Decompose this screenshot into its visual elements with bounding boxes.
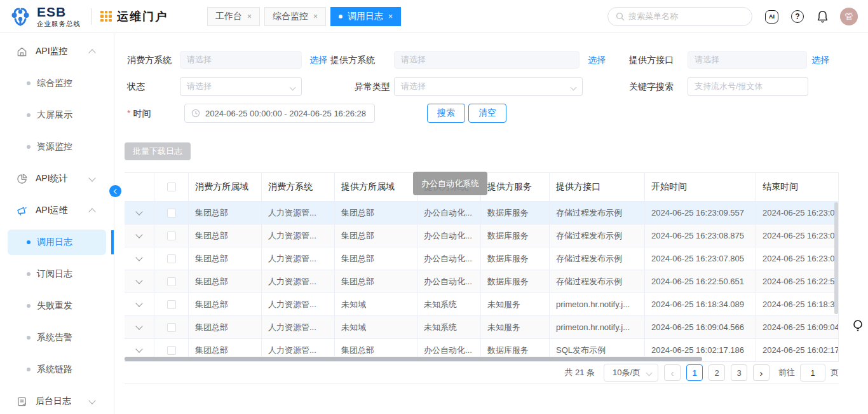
portal-title: 运维门户 bbox=[117, 9, 168, 24]
column-tooltip: 办公自动化系统 bbox=[413, 172, 487, 195]
sidebar-item-API统计[interactable]: API统计 bbox=[8, 166, 106, 191]
table-cell: 2024-06-25 16:23:07. bbox=[756, 247, 839, 270]
row-checkbox[interactable] bbox=[167, 277, 176, 286]
table-row[interactable]: 集团总部人力资源管...集团总部办公自动化...数据库服务存储过程发布示例202… bbox=[125, 247, 839, 270]
table-cell: 存储过程发布示例 bbox=[550, 224, 645, 247]
clear-button[interactable]: 清空 bbox=[468, 104, 506, 123]
goto-label: 前往 bbox=[778, 367, 795, 378]
row-checkbox[interactable] bbox=[167, 346, 176, 355]
column-header-提供方所属域: 提供方所属域 bbox=[335, 173, 417, 201]
consumer-system-input[interactable]: 请选择 bbox=[180, 51, 302, 69]
top-bar: ESB 企业服务总线 运维门户 工作台×综合监控×调用日志× 搜索菜单名称 AI… bbox=[0, 0, 868, 33]
menu-search-input[interactable]: 搜索菜单名称 bbox=[607, 7, 752, 26]
tab-综合监控[interactable]: 综合监控× bbox=[264, 7, 326, 26]
top-bar-right: 搜索菜单名称 AI ? 管 bbox=[607, 0, 858, 33]
table-row[interactable]: 集团总部人力资源管...集团总部办公自动化...数据库服务存储过程发布示例202… bbox=[125, 224, 839, 247]
tab-close-icon[interactable]: × bbox=[313, 12, 318, 21]
sidebar-item-API运维[interactable]: API运维 bbox=[8, 198, 106, 223]
row-checkbox[interactable] bbox=[167, 323, 176, 332]
select-all-checkbox[interactable] bbox=[167, 183, 176, 191]
exception-type-select[interactable]: 请选择 bbox=[394, 77, 583, 96]
provider-interface-input[interactable]: 请选择 bbox=[688, 51, 807, 69]
tab-bar: 工作台×综合监控×调用日志× bbox=[207, 7, 401, 26]
sidebar-item-系统链路[interactable]: 系统链路 bbox=[8, 357, 106, 382]
sidebar: API监控综合监控大屏展示资源监控API统计API运维调用日志订阅日志失败重发系… bbox=[0, 33, 114, 414]
column-header-结束时间: 结束时间 bbox=[756, 173, 839, 201]
notifications-button[interactable] bbox=[817, 10, 829, 23]
sidebar-item-失败重发[interactable]: 失败重发 bbox=[8, 293, 106, 319]
tab-工作台[interactable]: 工作台× bbox=[207, 7, 260, 26]
table-row[interactable]: 集团总部人力资源管...未知域未知系统未知服务primeton.hr.notif… bbox=[125, 316, 839, 339]
column-header-提供方服务: 提供方服务 bbox=[481, 173, 550, 201]
avatar[interactable]: 管 bbox=[840, 8, 858, 25]
batch-download-button[interactable]: 批量下载日志 bbox=[125, 142, 191, 160]
sidebar-item-订阅日志[interactable]: 订阅日志 bbox=[8, 261, 106, 287]
active-menu-indicator bbox=[111, 230, 114, 254]
expand-row-icon[interactable] bbox=[135, 300, 142, 307]
tab-label: 工作台 bbox=[215, 11, 242, 22]
expand-row-icon[interactable] bbox=[135, 231, 142, 238]
menu-bullet bbox=[27, 304, 31, 308]
sidebar-item-调用日志[interactable]: 调用日志 bbox=[8, 230, 106, 255]
expand-row-icon[interactable] bbox=[135, 254, 142, 261]
row-checkbox[interactable] bbox=[167, 231, 176, 240]
row-checkbox[interactable] bbox=[167, 254, 176, 263]
sidebar-collapse-button[interactable] bbox=[109, 185, 121, 197]
sidebar-item-综合监控[interactable]: 综合监控 bbox=[8, 71, 106, 96]
sidebar-item-label: 综合监控 bbox=[37, 78, 72, 89]
page-button-2[interactable]: 2 bbox=[709, 364, 725, 381]
keyword-search-input[interactable]: 支持流水号/报文体 bbox=[688, 77, 808, 96]
status-select[interactable]: 请选择 bbox=[180, 77, 302, 96]
expand-row-icon[interactable] bbox=[135, 322, 142, 329]
sidebar-item-系统告警[interactable]: 系统告警 bbox=[8, 325, 106, 350]
expand-row-icon[interactable] bbox=[135, 277, 142, 284]
provider-interface-select-link[interactable]: 选择 bbox=[811, 50, 829, 70]
tab-调用日志[interactable]: 调用日志× bbox=[330, 7, 401, 26]
keyword-search-label: 关键字搜索 bbox=[629, 76, 674, 97]
page-button-3[interactable]: 3 bbox=[731, 364, 747, 381]
goto-page-input[interactable]: 1 bbox=[800, 364, 825, 382]
row-checkbox[interactable] bbox=[167, 209, 176, 217]
sidebar-item-后台日志[interactable]: 后台日志 bbox=[8, 389, 106, 414]
row-checkbox[interactable] bbox=[167, 300, 176, 309]
table-row[interactable]: 集团总部人力资源管...集团总部办公自动化...数据库服务存储过程发布示例202… bbox=[125, 270, 839, 293]
vertical-scrollbar[interactable] bbox=[834, 202, 838, 314]
consumer-system-select-link[interactable]: 选择 bbox=[309, 50, 327, 70]
time-range-input[interactable]: 2024-06-25 00:00:00 - 2024-06-25 16:26:2… bbox=[184, 104, 375, 123]
tab-close-icon[interactable]: × bbox=[247, 12, 252, 21]
table-cell: 办公自动化... bbox=[417, 202, 481, 224]
app-logo: ESB 企业服务总线 bbox=[9, 5, 81, 28]
table-cell: 集团总部 bbox=[335, 270, 417, 293]
page-button-1[interactable]: 1 bbox=[686, 364, 703, 381]
sidebar-item-API监控[interactable]: API监控 bbox=[8, 39, 106, 64]
document-icon bbox=[17, 396, 27, 407]
expand-row-icon[interactable] bbox=[135, 345, 142, 352]
chevron-up-icon bbox=[88, 49, 95, 56]
tab-close-icon[interactable]: × bbox=[388, 12, 393, 21]
chevron-up-icon bbox=[88, 208, 95, 215]
horizontal-scrollbar[interactable] bbox=[125, 357, 702, 361]
provider-interface-placeholder: 请选择 bbox=[695, 54, 719, 66]
ai-assistant-button[interactable]: AI bbox=[765, 10, 778, 24]
search-button[interactable]: 搜索 bbox=[427, 104, 465, 123]
sidebar-item-label: 大屏展示 bbox=[37, 109, 72, 121]
column-header-消费方系统: 消费方系统 bbox=[262, 173, 335, 201]
sidebar-item-资源监控[interactable]: 资源监控 bbox=[8, 134, 106, 160]
expand-row-icon[interactable] bbox=[135, 208, 142, 215]
provider-system-select-link[interactable]: 选择 bbox=[588, 50, 606, 70]
prev-page-button[interactable]: ‹ bbox=[664, 364, 681, 381]
table-cell: 2024-06-25 16:09:04. bbox=[756, 316, 839, 338]
page-size-select[interactable]: 10条/页 bbox=[604, 364, 658, 382]
hint-button[interactable] bbox=[853, 319, 863, 336]
sidebar-item-label: 系统告警 bbox=[37, 332, 72, 343]
next-page-button[interactable]: › bbox=[753, 364, 770, 381]
page-unit-label: 页 bbox=[831, 367, 839, 378]
table-row[interactable]: 集团总部人力资源管...未知域未知系统未知服务primeton.hr.notif… bbox=[125, 293, 839, 316]
help-button[interactable]: ? bbox=[791, 10, 804, 23]
provider-system-input[interactable]: 请选择 bbox=[394, 51, 580, 69]
table-cell: 办公自动化... bbox=[417, 270, 481, 293]
sidebar-item-大屏展示[interactable]: 大屏展示 bbox=[8, 102, 106, 128]
table-cell: 集团总部 bbox=[335, 224, 417, 247]
table-row[interactable]: 集团总部人力资源管...集团总部办公自动化...数据库服务存储过程发布示例202… bbox=[125, 202, 839, 224]
sidebar-item-label: 后台日志 bbox=[36, 396, 71, 407]
